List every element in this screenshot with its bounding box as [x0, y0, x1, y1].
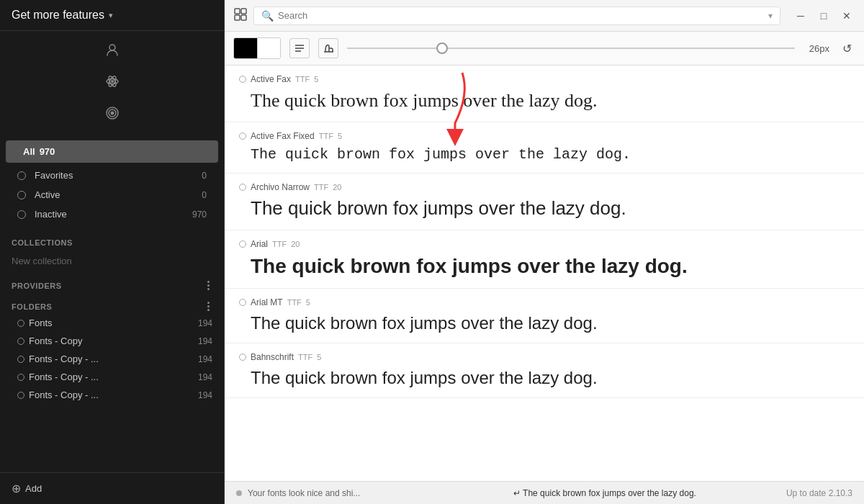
color-swatch-group	[233, 37, 281, 59]
add-label: Add	[25, 483, 42, 494]
all-filter-button[interactable]: All 970	[6, 140, 218, 163]
window-controls: ─ □ ✕	[792, 7, 855, 24]
svg-rect-8	[235, 9, 240, 14]
main-panel: 🔍 ▾ ─ □ ✕	[225, 0, 864, 504]
font-item-active-fax-fixed[interactable]: Active Fax Fixed TTF 5 The quick brown f…	[225, 122, 864, 174]
search-input[interactable]	[278, 10, 764, 21]
font-item-arial[interactable]: Arial TTF 20 The quick brown fox jumps o…	[225, 230, 864, 289]
font-item-active-fax[interactable]: Active Fax TTF 5 The quick brown fox jum…	[225, 66, 864, 122]
favorites-label: Favorites	[35, 170, 196, 181]
filter-section: All 970 Favorites 0 Active 0 Inactive 97…	[0, 132, 224, 230]
font-radio	[239, 132, 246, 140]
minimize-button[interactable]: ─	[792, 7, 809, 24]
chevron-down-icon: ▾	[109, 11, 113, 20]
get-more-features-label: Get more features	[12, 9, 104, 22]
font-preview: The quick brown fox jumps over the lazy …	[239, 366, 850, 389]
font-radio	[239, 299, 246, 306]
add-icon: ⊕	[12, 482, 21, 495]
active-label: Active	[35, 189, 196, 200]
layout-icon[interactable]	[233, 7, 248, 24]
folder-radio	[17, 374, 24, 381]
collections-label: COLLECTIONS	[12, 238, 73, 247]
folder-item-fonts-copy-4[interactable]: Fonts - Copy - ... 194	[0, 386, 224, 404]
maximize-button[interactable]: □	[815, 7, 832, 24]
folder-count: 194	[198, 372, 212, 382]
new-collection-button[interactable]: New collection	[0, 250, 224, 272]
align-button[interactable]	[289, 38, 310, 58]
atom-icon[interactable]	[102, 71, 122, 91]
active-filter[interactable]: Active 0	[0, 185, 224, 204]
font-radio	[239, 76, 246, 83]
font-name: Active Fax Fixed	[251, 131, 315, 141]
inactive-filter[interactable]: Inactive 970	[0, 204, 224, 224]
folder-item-fonts-copy-3[interactable]: Fonts - Copy - ... 194	[0, 368, 224, 386]
close-button[interactable]: ✕	[838, 7, 855, 24]
size-slider-container	[347, 48, 795, 49]
white-swatch[interactable]	[257, 38, 280, 58]
title-bar: 🔍 ▾ ─ □ ✕	[225, 0, 864, 32]
folders-menu-icon[interactable]	[204, 302, 212, 311]
font-preview: The quick brown fox jumps over the lazy …	[239, 253, 850, 279]
folder-radio	[17, 356, 24, 363]
new-collection-label: New collection	[12, 256, 72, 266]
font-item-arial-mt[interactable]: Arial MT TTF 5 The quick brown fox jumps…	[225, 289, 864, 343]
folder-radio	[17, 338, 24, 345]
folder-count: 194	[198, 336, 212, 346]
search-dropdown-icon[interactable]: ▾	[768, 11, 773, 21]
font-type: TTF	[319, 132, 333, 140]
font-type: TTF	[272, 240, 287, 248]
font-preview: The quick brown fox jumps over the lazy …	[239, 312, 850, 334]
providers-header: PROVIDERS	[0, 272, 224, 293]
ligature-button[interactable]	[318, 38, 338, 58]
collections-header: COLLECTIONS	[0, 230, 224, 250]
search-bar: 🔍 ▾	[253, 6, 780, 25]
providers-menu-icon[interactable]	[204, 281, 212, 290]
inactive-radio	[17, 210, 26, 219]
font-name: Arial MT	[251, 297, 283, 307]
get-more-features-button[interactable]: Get more features ▾	[0, 0, 224, 31]
font-type: TTF	[287, 298, 302, 307]
search-icon: 🔍	[261, 10, 274, 22]
size-slider[interactable]	[347, 48, 795, 49]
size-label: 26px	[804, 43, 829, 54]
font-type: TTF	[298, 353, 312, 361]
font-name: Active Fax	[251, 74, 291, 84]
font-preview: The quick brown fox jumps over the lazy …	[239, 145, 850, 164]
font-count: 5	[306, 298, 310, 307]
sidebar: Get more features ▾	[0, 0, 225, 504]
add-button[interactable]: ⊕ Add	[0, 472, 224, 504]
status-version: Up to date 2.10.3	[786, 488, 852, 498]
folders-list: Fonts 194 Fonts - Copy 194 Fonts - Copy …	[0, 314, 224, 404]
favorites-filter[interactable]: Favorites 0	[0, 166, 224, 185]
folders-header: FOLDERS	[0, 293, 224, 314]
folder-item-fonts-copy[interactable]: Fonts - Copy 194	[0, 332, 224, 350]
status-bar: Your fonts look nice and shi... ↵ The qu…	[225, 481, 864, 504]
font-radio	[239, 240, 246, 248]
font-meta: Arial TTF 20	[239, 239, 850, 249]
folder-count: 194	[198, 390, 212, 400]
status-message: Your fonts look nice and shi...	[248, 488, 423, 498]
folder-item-fonts[interactable]: Fonts 194	[0, 314, 224, 332]
svg-rect-9	[241, 9, 246, 14]
folder-count: 194	[198, 318, 212, 328]
all-label: All	[23, 146, 35, 157]
folder-name: Fonts - Copy - ...	[29, 390, 194, 400]
black-swatch[interactable]	[234, 38, 257, 58]
left-icon-group	[0, 31, 224, 132]
svg-point-5	[110, 112, 114, 115]
font-name: Bahnschrift	[251, 352, 294, 362]
inactive-label: Inactive	[35, 209, 186, 220]
active-radio	[17, 191, 26, 199]
folder-item-fonts-copy-2[interactable]: Fonts - Copy - ... 194	[0, 350, 224, 368]
font-item-archivo-narrow[interactable]: Archivo Narrow TTF 20 The quick brown fo…	[225, 174, 864, 230]
svg-point-1	[111, 80, 114, 83]
person-icon[interactable]	[102, 40, 122, 60]
font-count: 5	[338, 132, 342, 140]
font-list: Active Fax TTF 5 The quick brown fox jum…	[225, 66, 864, 398]
reset-button[interactable]: ↺	[838, 40, 855, 57]
font-item-bahnschrift[interactable]: Bahnschrift TTF 5 The quick brown fox ju…	[225, 343, 864, 398]
font-meta: Active Fax TTF 5	[239, 74, 850, 84]
broadcast-icon[interactable]	[102, 103, 122, 123]
status-preview: ↵ The quick brown fox jumps over the laz…	[429, 488, 780, 498]
font-radio	[239, 184, 246, 191]
